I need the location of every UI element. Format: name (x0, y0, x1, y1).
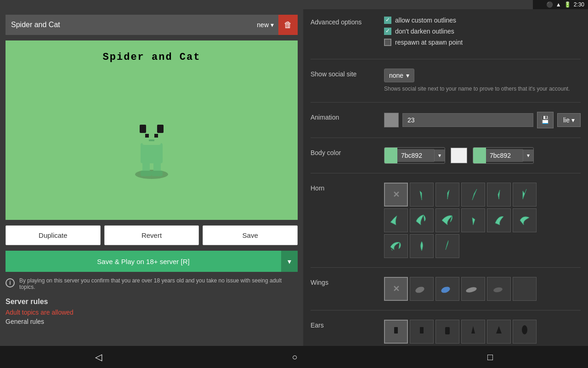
color-picker-2[interactable]: ▾ (473, 147, 534, 164)
color-hex-input-2[interactable] (486, 149, 523, 162)
color-dropdown-2[interactable]: ▾ (523, 150, 533, 161)
animation-color-box[interactable] (384, 113, 399, 127)
allow-custom-outlines-label: allow custom outlines (395, 17, 456, 24)
horn-option-13[interactable] (410, 234, 434, 258)
recents-button[interactable]: □ (487, 352, 493, 362)
wings-option-3[interactable] (461, 277, 485, 301)
color-picker-1[interactable]: ▾ (384, 147, 445, 164)
character-svg (124, 108, 179, 182)
wings-option-2[interactable] (435, 277, 459, 301)
svg-rect-17 (420, 327, 424, 334)
svg-rect-16 (394, 327, 398, 334)
social-site-value: none (389, 72, 403, 79)
show-social-site-row: Show social site none ▾ Shows social sit… (311, 69, 581, 103)
svg-point-13 (441, 286, 451, 294)
show-social-site-content: none ▾ Shows social site next to your na… (384, 69, 581, 93)
horn-option-7[interactable] (410, 208, 434, 232)
ears-option-5[interactable] (487, 320, 511, 344)
save-button[interactable]: Save (203, 225, 298, 245)
respawn-at-spawn-label: respawn at spawn point (395, 39, 463, 46)
horn-option-4[interactable] (487, 183, 511, 207)
nav-bar: ◁ ○ □ (0, 346, 588, 368)
horn-option-1[interactable] (410, 183, 434, 207)
horn-option-14[interactable] (435, 234, 459, 258)
horn-option-5[interactable] (513, 183, 537, 207)
ears-option-6[interactable] (513, 320, 537, 344)
revert-button[interactable]: Revert (104, 225, 199, 245)
preview-title: Spider and Cat (103, 52, 201, 63)
ears-grid (384, 320, 581, 344)
svg-rect-1 (141, 143, 163, 163)
chevron-down-icon: ▾ (271, 21, 274, 29)
info-box: i By playing on this server you confirm … (6, 277, 298, 290)
general-rules-label: General rules (6, 318, 298, 325)
info-icon: i (6, 278, 15, 288)
wings-label: Wings (311, 277, 384, 286)
body-color-controls: ▾ ▾ (384, 147, 581, 164)
horn-grid: ✕ (384, 183, 581, 258)
duplicate-button[interactable]: Duplicate (6, 225, 101, 245)
save-play-button[interactable]: Save & Play on 18+ server [R] (6, 251, 281, 272)
new-button[interactable]: new ▾ (252, 15, 278, 35)
horn-option-3[interactable] (461, 183, 485, 207)
ears-content (384, 320, 581, 344)
horn-grid-section: ✕ (384, 183, 581, 258)
animation-value-input[interactable] (402, 113, 533, 127)
wings-option-none[interactable]: ✕ (384, 277, 408, 301)
ears-option-2[interactable] (410, 320, 434, 344)
horn-option-12[interactable] (384, 234, 408, 258)
wings-option-5[interactable] (513, 277, 537, 301)
svg-rect-3 (140, 125, 146, 133)
body-color-row: Body color ▾ ▾ (311, 147, 581, 173)
animation-content: 💾 lie ▾ (384, 112, 581, 128)
battery-icon: ⚫ (546, 1, 553, 8)
ears-option-3[interactable] (435, 320, 459, 344)
horn-option-8[interactable] (435, 208, 459, 232)
color-dropdown-1[interactable]: ▾ (434, 150, 445, 161)
horn-option-11[interactable] (513, 208, 537, 232)
lie-button[interactable]: lie ▾ (557, 113, 581, 127)
svg-rect-7 (149, 139, 154, 141)
dont-darken-outlines-checkbox[interactable] (384, 28, 391, 35)
action-buttons: Duplicate Revert Save (6, 225, 298, 245)
home-button[interactable]: ○ (292, 352, 297, 362)
svg-rect-11 (152, 171, 163, 176)
color-swatch-1[interactable] (384, 148, 397, 163)
social-site-chevron-icon: ▾ (406, 72, 409, 79)
save-play-label: Save & Play on 18+ server [R] (97, 258, 189, 265)
dont-darken-outlines-label: don't darken outlines (395, 28, 454, 35)
white-swatch[interactable] (451, 148, 467, 163)
svg-rect-18 (445, 327, 450, 334)
delete-button[interactable]: 🗑 (278, 15, 298, 35)
color-hex-input-1[interactable] (397, 149, 434, 162)
svg-point-21 (522, 325, 527, 334)
ears-option-4[interactable] (461, 320, 485, 344)
adult-topics-label: Adult topics are allowed (6, 309, 298, 316)
horn-option-2[interactable] (435, 183, 459, 207)
svg-rect-6 (154, 134, 158, 138)
respawn-at-spawn-checkbox[interactable] (384, 39, 391, 46)
time-display: 2:30 (574, 1, 584, 8)
horn-option-9[interactable] (461, 208, 485, 232)
respawn-at-spawn-row: respawn at spawn point (384, 39, 581, 46)
animation-save-button[interactable]: 💾 (537, 112, 554, 128)
horn-option-none[interactable]: ✕ (384, 183, 408, 207)
svg-point-15 (493, 287, 503, 293)
horn-option-10[interactable] (487, 208, 511, 232)
wings-option-4[interactable] (487, 277, 511, 301)
save-play-dropdown-button[interactable]: ▾ (281, 251, 298, 272)
wings-option-1[interactable] (410, 277, 434, 301)
color-swatch-2[interactable] (473, 148, 486, 163)
save-play-container: Save & Play on 18+ server [R] ▾ (6, 251, 298, 272)
body-color-label: Body color (311, 147, 384, 156)
back-button[interactable]: ◁ (95, 351, 102, 362)
title-bar: new ▾ 🗑 (6, 15, 298, 35)
allow-custom-outlines-checkbox[interactable] (384, 17, 391, 24)
body-color-content: ▾ ▾ (384, 147, 581, 164)
character-name-input[interactable] (6, 15, 252, 35)
social-site-dropdown[interactable]: none ▾ (384, 69, 414, 82)
horn-option-6[interactable] (384, 208, 408, 232)
advanced-options-label: Advanced options (311, 17, 384, 26)
ears-option-1[interactable] (384, 320, 408, 344)
show-social-site-label: Show social site (311, 69, 384, 78)
